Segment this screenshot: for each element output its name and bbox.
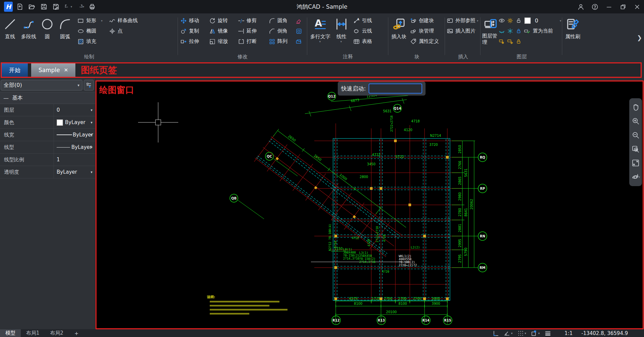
rectangle-button[interactable]: 矩形▾ <box>77 16 103 26</box>
ribbon: 直线 多段线 圆 圆弧 矩形▾ 椭圆 填充 样条曲线 点 绘制 移动 旋转 修剪… <box>0 13 644 63</box>
quick-launch-input[interactable] <box>369 83 422 94</box>
ortho-toggle[interactable] <box>492 330 499 337</box>
svg-text:L2(2): L2(2) <box>411 246 420 249</box>
arc-button[interactable]: 圆弧 <box>57 15 73 41</box>
set-current-button[interactable]: 置为当前 <box>533 28 553 34</box>
redo-button[interactable]: ▾ <box>75 2 85 12</box>
line-button[interactable]: 直线 <box>2 15 18 41</box>
revision-cloud-button[interactable]: 云线 <box>353 26 372 36</box>
match-properties-button[interactable]: 属性刷 <box>564 15 582 41</box>
chamfer-button[interactable]: 倒角 <box>269 26 296 36</box>
scale-indicator[interactable]: 1:1 <box>565 330 573 336</box>
prop-color-value[interactable]: ByLayer▾ <box>54 116 95 128</box>
panel-section-basic[interactable]: —基本 <box>0 92 95 104</box>
spline-button[interactable]: 样条曲线 <box>109 16 138 26</box>
stretch-button[interactable]: 拉伸 <box>180 37 209 47</box>
svg-text:3720: 3720 <box>429 143 438 147</box>
svg-text:6873: 6873 <box>350 98 360 103</box>
open-file-button[interactable] <box>27 2 37 12</box>
prop-lineweight-value[interactable]: ByLayer▾ <box>54 129 95 141</box>
svg-text:3450: 3450 <box>367 162 375 166</box>
layer-manager-button[interactable]: 图层管理 <box>482 15 499 47</box>
point-button[interactable]: 点 <box>109 26 138 36</box>
minimize-button[interactable] <box>602 0 616 13</box>
prop-transparency-value[interactable]: ByLayer▾ <box>54 166 95 178</box>
tab-start[interactable]: 开始 <box>2 63 28 77</box>
restore-button[interactable] <box>616 0 630 13</box>
hatch-button[interactable]: 填充 <box>77 37 103 47</box>
quick-properties-button[interactable] <box>84 80 94 91</box>
tab-sample[interactable]: Sample✕ <box>31 63 75 77</box>
create-block-button[interactable]: 创建块 <box>410 16 439 26</box>
mirror-button[interactable]: 镜像 <box>209 26 238 36</box>
offset-button[interactable] <box>296 26 305 36</box>
spline-icon <box>109 17 116 24</box>
tab-close-icon[interactable]: ✕ <box>64 67 68 73</box>
polar-tracking-toggle[interactable]: ▾ <box>504 330 513 337</box>
lineweight-toggle[interactable] <box>544 330 551 337</box>
layer-dropdown-caret[interactable]: ▾ <box>560 19 561 22</box>
copy-button[interactable]: 复制 <box>180 26 209 36</box>
layer-color-swatch[interactable] <box>524 17 531 24</box>
svg-text:20100: 20100 <box>386 310 397 314</box>
current-layer-value[interactable]: 0 <box>535 17 538 24</box>
extend-button[interactable]: 延伸 <box>238 26 269 36</box>
erase-button[interactable] <box>296 16 305 26</box>
prop-linetype-value[interactable]: ByLayer▾ <box>54 141 95 153</box>
zoom-extents-button[interactable] <box>629 159 642 167</box>
undo-button[interactable]: ▾ <box>63 2 73 12</box>
grid-toggle[interactable]: ▾ <box>517 330 526 337</box>
layout-tab-model[interactable]: 模型 <box>0 329 21 337</box>
circle-button[interactable]: 圆 <box>39 15 55 41</box>
ribbon-expand-chevron[interactable]: ❯ <box>637 34 642 41</box>
attribute-define-button[interactable]: 属性定义 <box>410 37 439 47</box>
ribbon-group-match: 属性刷 <box>564 15 591 61</box>
prop-linetype-scale-value[interactable]: 1 <box>54 154 95 166</box>
leader-button[interactable]: A引线 <box>353 16 372 26</box>
app-logo-icon[interactable]: H <box>4 2 13 12</box>
close-button[interactable] <box>630 0 644 13</box>
save-button[interactable] <box>39 2 49 12</box>
scale-button[interactable]: 缩放 <box>209 37 238 47</box>
zoom-in-button[interactable] <box>629 117 642 125</box>
orbit-button[interactable]: ▾ <box>629 173 642 181</box>
block-manager-button[interactable]: 块管理 <box>410 26 439 36</box>
zoom-window-button[interactable] <box>629 145 642 153</box>
pan-button[interactable] <box>629 103 642 111</box>
xref-button[interactable]: 外部参照▾ <box>447 16 479 26</box>
prop-layer-value[interactable]: 0▾ <box>54 104 95 116</box>
polyline-button[interactable]: 多段线 <box>20 15 38 41</box>
svg-text:RN: RN <box>480 234 485 238</box>
insert-block-button[interactable]: 插入块 <box>390 15 408 41</box>
print-button[interactable] <box>87 2 97 12</box>
save-as-button[interactable] <box>51 2 61 12</box>
new-file-button[interactable] <box>15 2 25 12</box>
selection-filter-dropdown[interactable]: 全部(0)▾ <box>1 80 82 91</box>
table-button[interactable]: 表格 <box>353 37 372 47</box>
help-button[interactable] <box>588 0 602 13</box>
rotate-button[interactable]: 旋转 <box>209 16 238 26</box>
zoom-out-button[interactable] <box>629 131 642 139</box>
cloud-icon <box>353 28 360 35</box>
trim-button[interactable]: 修剪 <box>238 16 269 26</box>
zoom-extents-icon <box>632 159 640 167</box>
mtext-button[interactable]: A多行文字▾ <box>309 15 332 44</box>
save-as-icon <box>52 3 60 10</box>
move-button[interactable]: 移动 <box>180 16 209 26</box>
account-button[interactable] <box>574 0 588 13</box>
array-button[interactable]: 阵列 <box>269 37 296 47</box>
explode-button[interactable] <box>296 37 305 47</box>
ellipse-button[interactable]: 椭圆 <box>77 26 103 36</box>
drawing-canvas[interactable]: 2650 2650 1000 6375 1725 2700 2700 2700 … <box>95 80 644 329</box>
layout-tab-layout1[interactable]: 布局1 <box>21 329 45 337</box>
status-bar: 模型 布局1 布局2 ＋ ▾ ▾ ▾ 1:1 -13402.8, 36594.9 <box>0 329 644 337</box>
leader-icon: A <box>353 17 360 24</box>
svg-text:Q14: Q14 <box>394 107 401 110</box>
break-button[interactable]: 打断 <box>238 37 269 47</box>
osnap-toggle[interactable]: ▾ <box>531 330 540 337</box>
linear-dim-button[interactable]: 线性▾ <box>333 15 349 44</box>
layout-tab-layout2[interactable]: 布局2 <box>45 329 69 337</box>
fillet-button[interactable]: 圆角 <box>269 16 296 26</box>
insert-image-button[interactable]: 插入图片 <box>447 26 479 36</box>
new-layout-button[interactable]: ＋ <box>69 329 84 337</box>
